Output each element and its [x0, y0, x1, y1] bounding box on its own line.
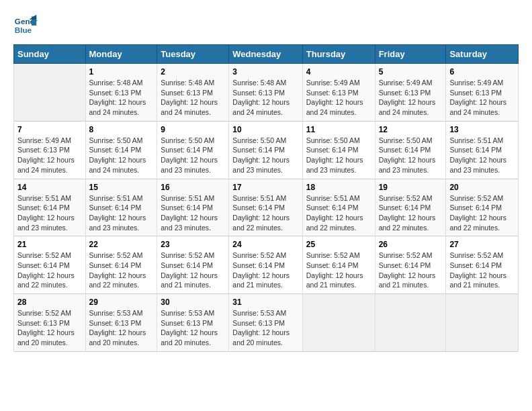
- day-number: 28: [17, 298, 82, 307]
- day-number: 15: [89, 183, 154, 192]
- day-number: 23: [161, 240, 225, 249]
- day-info: Sunrise: 5:53 AMSunset: 6:13 PMDaylight:…: [89, 308, 154, 348]
- calendar-cell: 11Sunrise: 5:50 AMSunset: 6:14 PMDayligh…: [302, 121, 375, 179]
- calendar-cell: 3Sunrise: 5:48 AMSunset: 6:13 PMDaylight…: [229, 64, 302, 122]
- day-number: 20: [449, 183, 515, 192]
- day-info: Sunrise: 5:52 AMSunset: 6:14 PMDaylight:…: [232, 250, 298, 290]
- calendar-cell: 12Sunrise: 5:50 AMSunset: 6:14 PMDayligh…: [375, 121, 446, 179]
- day-number: 4: [306, 67, 371, 77]
- day-number: 2: [161, 67, 225, 77]
- calendar-cell: 5Sunrise: 5:49 AMSunset: 6:13 PMDaylight…: [375, 64, 446, 122]
- weekday-header: Tuesday: [157, 45, 229, 64]
- day-number: 9: [161, 125, 225, 134]
- day-info: Sunrise: 5:50 AMSunset: 6:14 PMDaylight:…: [306, 136, 371, 175]
- day-number: 11: [306, 125, 371, 134]
- day-info: Sunrise: 5:48 AMSunset: 6:13 PMDaylight:…: [232, 78, 298, 118]
- day-number: 26: [379, 240, 443, 249]
- calendar-cell: 26Sunrise: 5:52 AMSunset: 6:14 PMDayligh…: [375, 236, 446, 294]
- day-info: Sunrise: 5:52 AMSunset: 6:14 PMDaylight:…: [17, 250, 82, 290]
- calendar-week-row: 7Sunrise: 5:49 AMSunset: 6:13 PMDaylight…: [14, 121, 519, 179]
- calendar-cell: 1Sunrise: 5:48 AMSunset: 6:13 PMDaylight…: [85, 64, 157, 122]
- calendar-cell: 25Sunrise: 5:52 AMSunset: 6:14 PMDayligh…: [302, 236, 375, 294]
- day-info: Sunrise: 5:49 AMSunset: 6:13 PMDaylight:…: [449, 78, 515, 118]
- calendar-cell: 17Sunrise: 5:51 AMSunset: 6:14 PMDayligh…: [229, 179, 302, 236]
- day-info: Sunrise: 5:52 AMSunset: 6:14 PMDaylight:…: [449, 250, 515, 290]
- day-number: 21: [17, 240, 82, 249]
- weekday-header: Saturday: [446, 45, 519, 64]
- calendar-table: SundayMondayTuesdayWednesdayThursdayFrid…: [13, 44, 519, 352]
- calendar-week-row: 14Sunrise: 5:51 AMSunset: 6:14 PMDayligh…: [14, 179, 519, 236]
- day-info: Sunrise: 5:52 AMSunset: 6:14 PMDaylight:…: [89, 250, 154, 290]
- day-info: Sunrise: 5:50 AMSunset: 6:14 PMDaylight:…: [379, 136, 443, 175]
- calendar-cell: 13Sunrise: 5:51 AMSunset: 6:14 PMDayligh…: [446, 121, 519, 179]
- day-info: Sunrise: 5:53 AMSunset: 6:13 PMDaylight:…: [232, 308, 298, 348]
- weekday-header: Thursday: [302, 45, 375, 64]
- day-info: Sunrise: 5:49 AMSunset: 6:13 PMDaylight:…: [306, 78, 371, 118]
- day-number: 22: [89, 240, 154, 249]
- day-number: 6: [449, 67, 515, 77]
- day-number: 5: [379, 67, 443, 77]
- calendar-cell: 20Sunrise: 5:52 AMSunset: 6:14 PMDayligh…: [446, 179, 519, 236]
- calendar-week-row: 28Sunrise: 5:52 AMSunset: 6:13 PMDayligh…: [14, 294, 519, 352]
- day-info: Sunrise: 5:51 AMSunset: 6:14 PMDaylight:…: [449, 136, 515, 175]
- day-number: 29: [89, 298, 154, 307]
- calendar-cell: 27Sunrise: 5:52 AMSunset: 6:14 PMDayligh…: [446, 236, 519, 294]
- calendar-cell: 29Sunrise: 5:53 AMSunset: 6:13 PMDayligh…: [85, 294, 157, 352]
- day-number: 12: [379, 125, 443, 134]
- calendar-cell: [302, 294, 375, 352]
- calendar-cell: 28Sunrise: 5:52 AMSunset: 6:13 PMDayligh…: [14, 294, 86, 352]
- day-info: Sunrise: 5:48 AMSunset: 6:13 PMDaylight:…: [161, 78, 225, 118]
- day-number: 31: [232, 298, 298, 307]
- day-info: Sunrise: 5:52 AMSunset: 6:14 PMDaylight:…: [379, 250, 443, 290]
- calendar-cell: [446, 294, 519, 352]
- day-number: 10: [232, 125, 298, 134]
- day-info: Sunrise: 5:49 AMSunset: 6:13 PMDaylight:…: [379, 78, 443, 118]
- day-number: 25: [306, 240, 371, 249]
- calendar-week-row: 21Sunrise: 5:52 AMSunset: 6:14 PMDayligh…: [14, 236, 519, 294]
- day-info: Sunrise: 5:52 AMSunset: 6:14 PMDaylight:…: [449, 193, 515, 233]
- weekday-header: Sunday: [14, 45, 86, 64]
- weekday-header: Wednesday: [229, 45, 302, 64]
- calendar-cell: 16Sunrise: 5:51 AMSunset: 6:14 PMDayligh…: [157, 179, 229, 236]
- day-info: Sunrise: 5:50 AMSunset: 6:14 PMDaylight:…: [161, 136, 225, 175]
- calendar-cell: [14, 64, 86, 122]
- day-number: 8: [89, 125, 154, 134]
- day-number: 13: [449, 125, 515, 134]
- day-number: 19: [379, 183, 443, 192]
- calendar-cell: 23Sunrise: 5:52 AMSunset: 6:14 PMDayligh…: [157, 236, 229, 294]
- calendar-cell: 14Sunrise: 5:51 AMSunset: 6:14 PMDayligh…: [14, 179, 86, 236]
- weekday-header: Friday: [375, 45, 446, 64]
- day-info: Sunrise: 5:50 AMSunset: 6:14 PMDaylight:…: [89, 136, 154, 175]
- day-info: Sunrise: 5:48 AMSunset: 6:13 PMDaylight:…: [89, 78, 154, 118]
- day-info: Sunrise: 5:50 AMSunset: 6:14 PMDaylight:…: [232, 136, 298, 175]
- day-number: 1: [89, 67, 154, 77]
- calendar-cell: 6Sunrise: 5:49 AMSunset: 6:13 PMDaylight…: [446, 64, 519, 122]
- day-info: Sunrise: 5:51 AMSunset: 6:14 PMDaylight:…: [161, 193, 225, 233]
- calendar-cell: 9Sunrise: 5:50 AMSunset: 6:14 PMDaylight…: [157, 121, 229, 179]
- day-info: Sunrise: 5:52 AMSunset: 6:14 PMDaylight:…: [161, 250, 225, 290]
- calendar-week-row: 1Sunrise: 5:48 AMSunset: 6:13 PMDaylight…: [14, 64, 519, 122]
- day-number: 17: [232, 183, 298, 192]
- day-number: 3: [232, 67, 298, 77]
- calendar-cell: 30Sunrise: 5:53 AMSunset: 6:13 PMDayligh…: [157, 294, 229, 352]
- calendar-cell: 2Sunrise: 5:48 AMSunset: 6:13 PMDaylight…: [157, 64, 229, 122]
- calendar-cell: 24Sunrise: 5:52 AMSunset: 6:14 PMDayligh…: [229, 236, 302, 294]
- weekday-header: Monday: [85, 45, 157, 64]
- calendar-cell: 18Sunrise: 5:51 AMSunset: 6:14 PMDayligh…: [302, 179, 375, 236]
- calendar-cell: [375, 294, 446, 352]
- logo: General Blue: [13, 13, 40, 38]
- day-info: Sunrise: 5:52 AMSunset: 6:14 PMDaylight:…: [379, 193, 443, 233]
- day-info: Sunrise: 5:52 AMSunset: 6:14 PMDaylight:…: [306, 250, 371, 290]
- day-number: 18: [306, 183, 371, 192]
- calendar-cell: 19Sunrise: 5:52 AMSunset: 6:14 PMDayligh…: [375, 179, 446, 236]
- calendar-cell: 31Sunrise: 5:53 AMSunset: 6:13 PMDayligh…: [229, 294, 302, 352]
- calendar-cell: 22Sunrise: 5:52 AMSunset: 6:14 PMDayligh…: [85, 236, 157, 294]
- day-info: Sunrise: 5:51 AMSunset: 6:14 PMDaylight:…: [17, 193, 82, 233]
- day-info: Sunrise: 5:52 AMSunset: 6:13 PMDaylight:…: [17, 308, 82, 348]
- day-info: Sunrise: 5:51 AMSunset: 6:14 PMDaylight:…: [306, 193, 371, 233]
- calendar-cell: 7Sunrise: 5:49 AMSunset: 6:13 PMDaylight…: [14, 121, 86, 179]
- calendar-cell: 8Sunrise: 5:50 AMSunset: 6:14 PMDaylight…: [85, 121, 157, 179]
- calendar-cell: 15Sunrise: 5:51 AMSunset: 6:14 PMDayligh…: [85, 179, 157, 236]
- calendar-cell: 4Sunrise: 5:49 AMSunset: 6:13 PMDaylight…: [302, 64, 375, 122]
- day-number: 24: [232, 240, 298, 249]
